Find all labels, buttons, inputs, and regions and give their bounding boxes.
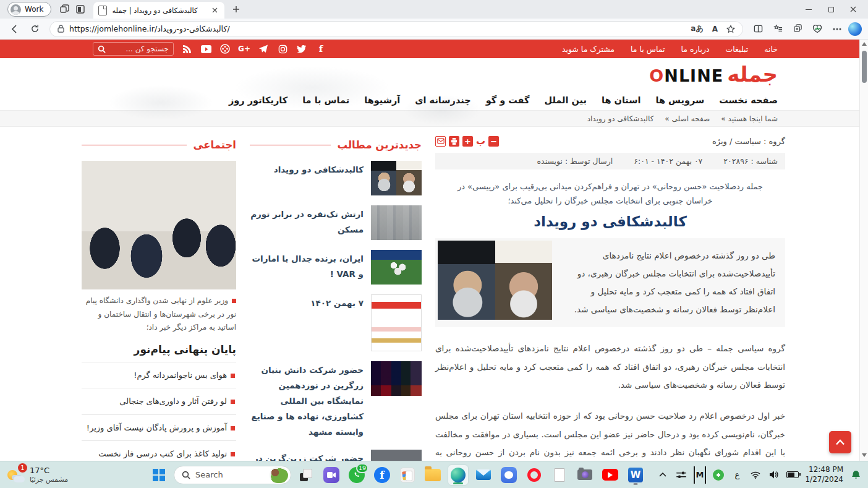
weather-widget[interactable]: 1 17°C مشمس جزئيًا: [6, 466, 148, 484]
word-app-icon[interactable]: W: [625, 464, 646, 486]
messages-app-icon[interactable]: [498, 464, 519, 486]
site-logo[interactable]: ONLINE جمله: [649, 64, 778, 85]
toplink-contact[interactable]: تماس با ما: [631, 45, 665, 54]
nav-item-multimedia[interactable]: چندرسانه ای: [415, 95, 470, 105]
nav-item-services[interactable]: سرویس ها: [655, 95, 704, 105]
profile-avatar-icon: [11, 4, 21, 15]
read-aloud-icon[interactable]: A: [712, 25, 718, 33]
youtube-app-icon[interactable]: [600, 464, 621, 486]
list-item[interactable]: حضور شرکت دانش بنیان زرگرین در نوزدهمین …: [250, 361, 422, 440]
browser-profile-button[interactable]: Work: [7, 2, 51, 17]
list-item[interactable]: ایران، برنده جدال با امارات و VAR !: [250, 250, 422, 285]
taskbar-clock[interactable]: 12:48 PM 1/27/2024: [805, 465, 843, 484]
site-search-box[interactable]: [93, 42, 174, 56]
collections-icon[interactable]: [769, 20, 786, 38]
tab-close-icon[interactable]: [210, 6, 219, 15]
task-view-icon[interactable]: [296, 464, 317, 486]
youtube-icon[interactable]: [200, 43, 211, 54]
scrollbar-down-icon[interactable]: [862, 453, 867, 457]
google-plus-icon[interactable]: G+: [239, 43, 250, 54]
page-scrollbar[interactable]: [859, 40, 868, 461]
file-explorer-icon[interactable]: [422, 464, 443, 486]
nav-item-provinces[interactable]: استان ها: [602, 95, 641, 105]
sidebar-link[interactable]: هوای بس ناجوانمردانه گرم!: [82, 362, 236, 388]
tray-m-icon[interactable]: M: [694, 466, 707, 484]
browser-essentials-icon[interactable]: [809, 20, 826, 38]
workspaces-icon[interactable]: [56, 2, 72, 17]
edge-app-icon[interactable]: [448, 464, 469, 486]
refresh-button[interactable]: [26, 20, 43, 38]
social-heading-text[interactable]: اجتماعی: [193, 139, 236, 151]
back-button[interactable]: [6, 20, 23, 38]
settings-menu-icon[interactable]: [828, 20, 846, 38]
camera-app-icon[interactable]: [574, 464, 595, 486]
start-button[interactable]: [148, 464, 169, 486]
toplink-ads[interactable]: تبلیغات: [726, 45, 749, 54]
nav-item-archives[interactable]: آرشیوها: [364, 95, 400, 105]
window-minimize-button[interactable]: [798, 1, 820, 17]
toplink-subscribe[interactable]: مشترک ما شوید: [562, 45, 615, 54]
scrollbar-up-icon[interactable]: [862, 42, 867, 46]
breadcrumb-home[interactable]: صفحه اصلی »: [665, 114, 710, 123]
chat-app-icon[interactable]: [321, 464, 342, 486]
rss-icon[interactable]: [181, 43, 192, 54]
collections-add-icon[interactable]: [789, 20, 806, 38]
facebook-app-icon[interactable]: f: [372, 464, 393, 486]
nav-item-cartoon[interactable]: کاریکاتور روز: [229, 95, 287, 105]
window-close-button[interactable]: [842, 1, 864, 17]
list-item[interactable]: حضور شرکت زرین‌گرین در نمایشگاه بین‌المل…: [250, 450, 422, 461]
email-icon[interactable]: [435, 136, 446, 147]
nav-item-interview[interactable]: گفت و گو: [486, 95, 530, 105]
favorite-star-icon[interactable]: [726, 25, 735, 33]
new-tab-button[interactable]: [228, 1, 244, 17]
notification-bell-icon[interactable]: [849, 466, 862, 484]
facebook-icon[interactable]: f: [315, 43, 326, 54]
logo-online-text: ONLINE: [649, 67, 723, 84]
split-screen-icon[interactable]: [749, 20, 767, 38]
address-bar[interactable]: https://jomlehonline.ir/کالبدشکافی-دو-رو…: [49, 21, 743, 37]
keyboard-language-icon[interactable]: ع: [731, 466, 743, 484]
window-maximize-button[interactable]: [820, 1, 842, 17]
tray-sliders-icon[interactable]: [675, 466, 687, 484]
twitter-icon[interactable]: [296, 43, 307, 54]
list-item[interactable]: کالبدشکافی دو رویداد: [250, 161, 422, 195]
font-increase-icon[interactable]: +: [462, 136, 473, 147]
sidebar-link[interactable]: آموزش و پرورش پادگان نیست آقای وزیر!: [82, 414, 236, 440]
scrollbar-thumb[interactable]: [862, 51, 867, 83]
aparat-icon[interactable]: [219, 43, 231, 54]
photos-app-icon[interactable]: [397, 464, 418, 486]
nav-item-international[interactable]: بین الملل: [544, 95, 586, 105]
copilot-icon[interactable]: [848, 22, 862, 36]
print-icon[interactable]: [449, 136, 459, 147]
battery-icon[interactable]: [786, 466, 799, 484]
instagram-icon[interactable]: [277, 43, 288, 54]
social-section-image[interactable]: [82, 161, 236, 289]
scroll-to-top-button[interactable]: [829, 431, 851, 453]
wifi-icon[interactable]: [749, 466, 762, 484]
sidebar-link[interactable]: لو رفتن آثار و داوری‌های جنجالی: [82, 388, 236, 414]
mail-app-icon[interactable]: [473, 464, 494, 486]
browser-tab[interactable]: کالبدشکافی دو رویداد | جمله: [93, 2, 224, 19]
letter-p-icon[interactable]: پ: [476, 135, 485, 147]
social-featured-title[interactable]: پایان پنهانی پیام‌نور: [82, 343, 236, 356]
list-item[interactable]: ۷ بهمن ۱۴۰۲: [250, 294, 422, 351]
nav-item-contact[interactable]: تماس با ما: [302, 95, 349, 105]
font-decrease-icon[interactable]: −: [488, 136, 499, 147]
opera-app-icon[interactable]: [524, 464, 545, 486]
list-item[interactable]: ارتش تک‌نفره در برابر تورم مسکن: [250, 205, 422, 240]
toplink-home[interactable]: خانه: [764, 45, 778, 54]
telegram-icon[interactable]: [258, 43, 269, 54]
article-category[interactable]: گروه : سیاست / ویژه: [712, 137, 785, 146]
site-search-input[interactable]: [109, 45, 169, 53]
whatsapp-icon[interactable]: 19: [346, 464, 367, 486]
translate-icon[interactable]: aあ: [691, 24, 703, 34]
volume-icon[interactable]: [768, 466, 780, 484]
tab-layout-icon[interactable]: [72, 2, 88, 17]
tray-antivirus-icon[interactable]: [712, 466, 725, 484]
taskbar-search[interactable]: Search: [174, 466, 291, 484]
notepad-app-icon[interactable]: [549, 464, 570, 486]
nav-item-home[interactable]: صفحه نخست: [719, 95, 778, 105]
sidebar-link[interactable]: تولید کاغذ برای کتب درسی فاز نخست خودکفا…: [82, 440, 236, 461]
toplink-about[interactable]: درباره ما: [681, 45, 710, 54]
tray-chevron-up-icon[interactable]: [657, 466, 669, 484]
